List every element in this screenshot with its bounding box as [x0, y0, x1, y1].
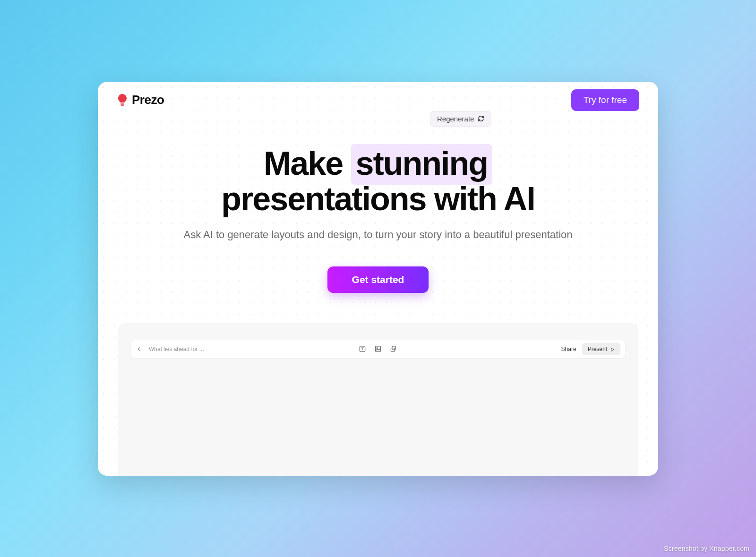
preview-panel: What lies ahead for ...	[118, 323, 638, 476]
toolbar-right: Share Present	[561, 343, 620, 355]
preview-title: What lies ahead for ...	[149, 346, 204, 352]
logo-text: Prezo	[132, 93, 164, 107]
headline-line2: presentations with AI	[221, 180, 534, 217]
preview-toolbar: What lies ahead for ...	[131, 340, 625, 358]
share-button[interactable]: Share	[561, 346, 576, 352]
present-button[interactable]: Present	[582, 343, 620, 355]
svg-rect-0	[120, 103, 124, 105]
app-window: Prezo Try for free Regenerate Make stunn…	[98, 82, 658, 476]
shape-tool-icon[interactable]	[390, 345, 397, 352]
hero-section: Regenerate Make stunning presentations w…	[98, 111, 658, 293]
regenerate-label: Regenerate	[437, 115, 474, 123]
text-tool-icon[interactable]	[359, 345, 366, 352]
back-button[interactable]	[136, 346, 142, 352]
get-started-button[interactable]: Get started	[327, 266, 429, 293]
svg-point-4	[377, 348, 378, 349]
headline-prefix: Make	[264, 145, 351, 182]
refresh-icon	[478, 115, 484, 122]
present-label: Present	[588, 346, 607, 352]
svg-rect-1	[121, 105, 124, 106]
header: Prezo Try for free	[98, 82, 658, 111]
watermark: Screenshot by Xnapper.com	[664, 545, 749, 552]
svg-rect-3	[375, 346, 380, 351]
try-free-button[interactable]: Try for free	[571, 89, 639, 111]
headline: Make stunning presentations with AI	[98, 146, 658, 217]
logo[interactable]: Prezo	[117, 93, 164, 107]
bulb-icon	[117, 93, 128, 107]
toolbar-center	[359, 345, 397, 352]
toolbar-left: What lies ahead for ...	[136, 346, 204, 352]
image-tool-icon[interactable]	[375, 345, 382, 352]
subheadline: Ask AI to generate layouts and design, t…	[98, 229, 658, 241]
headline-highlight: stunning	[351, 144, 492, 185]
regenerate-button[interactable]: Regenerate	[430, 111, 491, 127]
play-icon	[610, 347, 615, 351]
svg-marker-7	[611, 348, 614, 351]
